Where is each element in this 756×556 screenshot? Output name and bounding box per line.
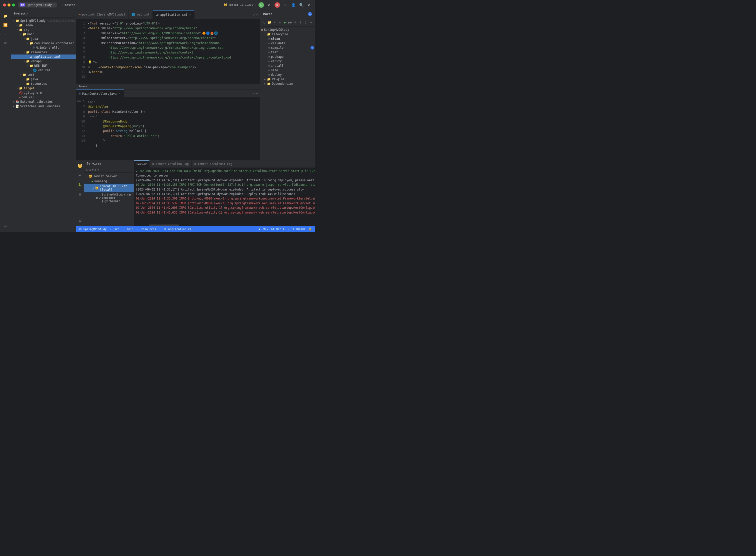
tab-webxml-label: web.xml xyxy=(137,13,149,16)
maximize-button[interactable] xyxy=(12,3,15,6)
status-encoding[interactable]: LF UTF-8 xyxy=(271,227,284,231)
gear-button[interactable]: ⚙ xyxy=(307,2,312,8)
services-tomcat-server[interactable]: ▾ 🐱 Tomcat Server xyxy=(84,174,134,179)
status-readonly[interactable]: 🔓 xyxy=(309,227,312,231)
search-button[interactable]: 🔍 xyxy=(299,2,304,8)
tab-maincontroller[interactable]: © MainController.java ✕ xyxy=(76,90,124,98)
editor-pane-java: © MainController.java ✕ ✓ ⋯ new * xyxy=(76,89,260,160)
more-tabs-icon-2[interactable]: ⋯ xyxy=(256,92,258,95)
tree-item-target[interactable]: ▾ 📁 target xyxy=(11,86,76,91)
project-selector[interactable]: SM SpringMVCStudy ▾ xyxy=(18,2,57,7)
status-position[interactable]: 9:9 xyxy=(263,227,268,231)
maven-refresh[interactable]: ↻ xyxy=(262,20,267,25)
console-tab-localhost[interactable]: 🖥 Tomcat Localhost Log xyxy=(192,160,235,168)
maven-cancel[interactable]: ⊘ xyxy=(293,20,298,25)
maven-project[interactable]: m SpringMVCStudy xyxy=(260,28,315,32)
tree-item-maincontroller[interactable]: © MainController xyxy=(11,45,76,50)
maven-deploy[interactable]: ⚙ deploy xyxy=(260,72,315,77)
more-tabs-icon[interactable]: ⋯ xyxy=(256,12,258,16)
more-button[interactable]: ⋯ xyxy=(282,2,288,8)
tree-item-test-java[interactable]: 📁 java xyxy=(11,77,76,81)
project-name: SpringMVCStudy xyxy=(27,3,52,7)
tree-item-test-resources[interactable]: 📁 resources xyxy=(11,81,76,86)
maven-run[interactable]: ▶ xyxy=(283,20,287,25)
services-running[interactable]: ▾ ▶ Running xyxy=(84,179,134,184)
tree-item-java[interactable]: ▾ 📁 java xyxy=(11,36,76,41)
maven-run2[interactable]: ▶▶ xyxy=(288,20,293,25)
maven-compile[interactable]: ⚙ compile ! xyxy=(260,45,315,50)
services-icon-console[interactable]: ▣ xyxy=(76,190,84,198)
java-code-content[interactable]: new * @Controller public class MainContr… xyxy=(87,98,260,160)
xml-code-content[interactable]: <?xml version="1.0" encoding="UTF-8"?> <… xyxy=(87,19,260,84)
stop-button[interactable]: ■ xyxy=(275,2,280,8)
tree-item-test[interactable]: ▾ 📁 test xyxy=(11,72,76,77)
maven-dependencies-group[interactable]: ▶ 📁 Dependencies xyxy=(260,81,315,86)
tree-item-src[interactable]: ▾ 📁 src xyxy=(11,28,76,32)
tree-item-main[interactable]: ▾ 📁 main xyxy=(11,32,76,36)
tree-item-springmvcstudy[interactable]: ▾ 📁 SpringMVCStudy ~/Desktop/CS/JavaEE/S xyxy=(11,19,76,23)
profile-button[interactable]: 👤 xyxy=(290,2,296,8)
horizontal-scrollbar[interactable] xyxy=(134,224,315,226)
services-expand[interactable]: ⊞ xyxy=(86,168,88,172)
tomcat-indicator[interactable]: 🐱 Tomcat 10.1.232 ▾ xyxy=(224,3,256,6)
tab-applicationxml[interactable]: 🗂 application.xml ✕ xyxy=(153,10,195,19)
services-filter[interactable]: ▼ xyxy=(92,168,94,172)
tree-item-pomxml[interactable]: m pom.xml xyxy=(11,95,76,100)
maven-test[interactable]: ⚙ test xyxy=(260,50,315,55)
services-sort[interactable]: ↕ xyxy=(95,168,97,172)
services-add[interactable]: + xyxy=(98,168,99,172)
maven-download[interactable]: ⬇ xyxy=(273,20,277,25)
tree-item-controller-pkg[interactable]: ▾ 📁 com.example.controller xyxy=(11,41,76,45)
maven-plugins-group[interactable]: ▶ 📁 Plugins xyxy=(260,77,315,81)
run-button[interactable]: ▶ xyxy=(259,2,264,8)
tab-mc-close[interactable]: ✕ xyxy=(118,92,121,95)
tree-item-scratches[interactable]: ▶ 📝 Scratches and Consoles xyxy=(11,104,76,108)
maven-folder[interactable]: 📁 xyxy=(268,20,272,25)
tree-item-resources[interactable]: ▾ 📁 resources xyxy=(11,50,76,55)
status-project[interactable]: 🗂 SpringMVCStudy xyxy=(79,228,106,231)
services-icon-debug[interactable]: 🐛 xyxy=(76,181,84,189)
minimize-button[interactable] xyxy=(7,3,10,6)
maven-verify[interactable]: ⚙ verify xyxy=(260,59,315,64)
maven-clean[interactable]: ⚙ clean xyxy=(260,36,315,41)
tree-item-idea[interactable]: ▾ 📁 .idea xyxy=(11,23,76,28)
tab-webxml[interactable]: 🌐 web.xml xyxy=(129,10,153,19)
tab-pomxml[interactable]: m pom.xml (SpringMVCStudy) xyxy=(76,10,129,19)
services-icon-tomcat[interactable]: 🐱 xyxy=(76,162,84,170)
maven-site[interactable]: ⚙ site xyxy=(260,68,315,72)
activity-vcs[interactable]: 🔀 xyxy=(1,21,9,29)
tree-item-webinf[interactable]: ▾ 📁 WEB-INF xyxy=(11,64,76,68)
activity-folder[interactable]: 📁 xyxy=(1,12,9,20)
tree-item-gitignore[interactable]: 🚫 .gitignore xyxy=(11,91,76,95)
maven-more[interactable]: ⋯ xyxy=(309,20,313,25)
close-button[interactable] xyxy=(3,3,6,6)
tab-appxml-close[interactable]: ✕ xyxy=(189,13,191,16)
tree-item-webapp[interactable]: ▾ 📁 webapp xyxy=(11,59,76,64)
services-artifact[interactable]: ⊞ ✓ SpringMVCStudy:war exploded [Synchro… xyxy=(84,192,134,204)
tree-item-application-xml[interactable]: 🗂 application.xml xyxy=(11,55,76,59)
activity-branch[interactable]: ⑂ xyxy=(1,30,9,38)
maven-add[interactable]: + xyxy=(278,20,282,25)
console-tab-catalina[interactable]: 🖥 Tomcat Catalina Log xyxy=(149,160,192,168)
maven-validate[interactable]: ⚙ validate xyxy=(260,41,315,45)
services-collapse[interactable]: ⊟ xyxy=(89,168,91,172)
settings-button[interactable]: ⚙ xyxy=(267,2,272,8)
branch-selector[interactable]: ⑂ master ▾ xyxy=(60,2,80,7)
maven-lifecycle-group[interactable]: ▾ 📁 Lifecycle xyxy=(260,32,315,36)
activity-more[interactable]: ⋯ xyxy=(1,222,9,230)
activity-structure[interactable]: ⊞ xyxy=(1,39,9,47)
maven-package[interactable]: ⚙ package xyxy=(260,55,315,59)
services-tomcat-local[interactable]: ▾ 🐱 Tomcat 10.1.232 [local] xyxy=(84,184,134,192)
status-indent[interactable]: 4 spaces xyxy=(292,227,306,231)
tree-item-webxml[interactable]: 🌐 web.xml xyxy=(11,68,76,72)
maven-expand[interactable]: ⟩ xyxy=(304,20,308,25)
services-icon-settings[interactable]: ⚙ xyxy=(76,216,84,224)
tree-item-external-libraries[interactable]: ▶ 📚 External Libraries xyxy=(11,100,76,104)
arrow-test: ▾ xyxy=(19,73,23,76)
label-external-libraries: External Libraries xyxy=(20,100,53,104)
console-tab-server[interactable]: Server xyxy=(134,160,150,168)
maven-help[interactable]: ? xyxy=(299,20,303,25)
status-sep3: › xyxy=(137,228,138,231)
services-icon-run[interactable]: ▶ xyxy=(76,171,84,179)
maven-install[interactable]: ⚙ install xyxy=(260,64,315,68)
